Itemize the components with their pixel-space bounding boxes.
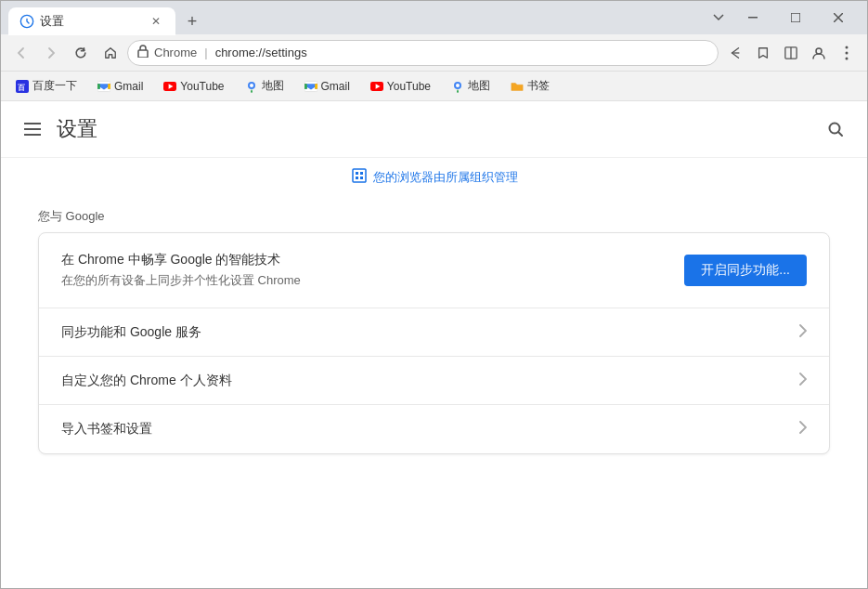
settings-content: 设置 您的浏览器由所属组织管理 您与 Google 在 Chrome 中畅享 G… (1, 101, 867, 588)
page-title: 设置 (57, 115, 97, 143)
active-tab[interactable]: 设置 ✕ (8, 7, 175, 35)
enable-sync-button[interactable]: 开启同步功能... (684, 255, 807, 286)
baidu-icon: 百 (16, 80, 29, 93)
svg-point-6 (816, 48, 822, 54)
bookmark-gmail-1[interactable]: Gmail (90, 75, 150, 98)
svg-text:百: 百 (18, 84, 25, 92)
window-controls (732, 1, 860, 34)
split-view-button[interactable] (778, 40, 804, 66)
sync-promo-row: 在 Chrome 中畅享 Google 的智能技术 在您的所有设备上同步并个性化… (39, 233, 829, 308)
bookmark-gmail-2[interactable]: Gmail (297, 75, 357, 98)
svg-rect-30 (356, 177, 358, 179)
bookmark-youtube-2-label: YouTube (387, 80, 431, 93)
org-managed-banner: 您的浏览器由所属组织管理 (1, 158, 867, 197)
settings-header: 设置 (1, 101, 867, 158)
maximize-button[interactable] (774, 1, 817, 34)
forward-button[interactable] (38, 40, 64, 66)
bookmark-baidu[interactable]: 百 百度一下 (8, 75, 84, 98)
navbar: Chrome | chrome://settings (1, 34, 867, 72)
account-button[interactable] (806, 40, 832, 66)
bookmark-maps-2-label: 地图 (468, 78, 490, 94)
svg-rect-2 (791, 13, 800, 22)
titlebar: 设置 ✕ + (1, 1, 867, 34)
sync-sub-text: 在您的所有设备上同步并个性化设置 Chrome (61, 272, 684, 289)
nav-action-buttons (722, 40, 860, 66)
svg-point-7 (846, 46, 849, 48)
bookmark-gmail-2-label: Gmail (321, 80, 350, 93)
tab-favicon (19, 14, 34, 29)
settings-search-button[interactable] (819, 112, 852, 146)
section-title-you-and-google: 您与 Google (1, 197, 867, 232)
maps-icon-1 (245, 80, 258, 93)
close-button[interactable] (817, 1, 860, 34)
bookmark-maps-2[interactable]: 地图 (444, 75, 498, 98)
svg-rect-1 (748, 17, 758, 19)
url-separator: | (204, 46, 207, 59)
share-button[interactable] (722, 40, 748, 66)
home-button[interactable] (97, 40, 123, 66)
bookmark-youtube-1-label: YouTube (180, 80, 224, 93)
hamburger-menu-button[interactable] (16, 112, 49, 146)
svg-rect-20 (304, 84, 307, 89)
bookmark-bookmarks[interactable]: 书签 (503, 75, 557, 98)
customize-profile-label: 自定义您的 Chrome 个人资料 (61, 373, 799, 389)
bookmark-gmail-1-label: Gmail (114, 80, 143, 93)
tab-close-button[interactable]: ✕ (148, 13, 164, 30)
svg-point-8 (846, 51, 849, 54)
address-bar[interactable]: Chrome | chrome://settings (127, 40, 719, 66)
svg-rect-13 (97, 84, 100, 89)
bookmarks-bar: 百 百度一下 Gmail YouTube 地图 (1, 72, 867, 101)
settings-card: 在 Chrome 中畅享 Google 的智能技术 在您的所有设备上同步并个性化… (38, 232, 830, 454)
bookmark-maps-1[interactable]: 地图 (238, 75, 291, 98)
svg-rect-27 (353, 169, 366, 182)
import-bookmarks-arrow-icon (799, 421, 807, 438)
org-banner-text: 您的浏览器由所属组织管理 (373, 169, 518, 186)
bookmark-bookmarks-label: 书签 (527, 78, 550, 94)
gmail-icon-2 (304, 80, 317, 93)
back-button[interactable] (8, 40, 34, 66)
maps-icon-2 (451, 80, 464, 93)
svg-rect-29 (360, 172, 363, 175)
chrome-menu-chevron[interactable] (706, 8, 732, 27)
import-bookmarks-label: 导入书签和设置 (61, 421, 799, 438)
svg-point-9 (846, 57, 849, 59)
sync-services-label: 同步功能和 Google 服务 (61, 324, 799, 341)
bookmark-button[interactable] (750, 40, 776, 66)
youtube-icon-2 (370, 80, 383, 93)
more-menu-button[interactable] (834, 40, 860, 66)
browser-window: 设置 ✕ + (0, 0, 868, 589)
url-display: chrome://settings (215, 46, 307, 59)
new-tab-button[interactable]: + (179, 8, 205, 34)
bookmark-youtube-1[interactable]: YouTube (156, 75, 231, 98)
youtube-icon-1 (163, 80, 176, 93)
customize-profile-menu-item[interactable]: 自定义您的 Chrome 个人资料 (39, 357, 829, 405)
security-icon (137, 45, 149, 60)
svg-rect-28 (356, 172, 358, 175)
bookmark-baidu-label: 百度一下 (32, 78, 77, 94)
org-icon (351, 167, 368, 188)
customize-profile-arrow-icon (799, 373, 807, 389)
minimize-button[interactable] (732, 1, 774, 34)
sync-main-text: 在 Chrome 中畅享 Google 的智能技术 (61, 252, 684, 268)
bookmark-youtube-2[interactable]: YouTube (363, 75, 438, 98)
site-name: Chrome (154, 46, 197, 59)
gmail-icon-1 (97, 80, 110, 93)
svg-point-25 (456, 84, 460, 87)
svg-rect-31 (360, 177, 363, 179)
refresh-button[interactable] (68, 40, 94, 66)
bookmark-maps-1-label: 地图 (262, 78, 284, 94)
sync-services-arrow-icon (799, 324, 807, 341)
svg-rect-21 (315, 84, 317, 89)
sync-text-block: 在 Chrome 中畅享 Google 的智能技术 在您的所有设备上同步并个性化… (61, 252, 684, 289)
svg-rect-3 (138, 50, 148, 58)
svg-rect-14 (108, 84, 110, 89)
svg-point-18 (250, 84, 253, 87)
tab-strip: 设置 ✕ + (8, 1, 706, 34)
bookmarks-folder-icon (511, 80, 524, 93)
tab-title: 设置 (40, 13, 142, 30)
import-bookmarks-menu-item[interactable]: 导入书签和设置 (39, 405, 829, 453)
sync-services-menu-item[interactable]: 同步功能和 Google 服务 (39, 308, 829, 357)
